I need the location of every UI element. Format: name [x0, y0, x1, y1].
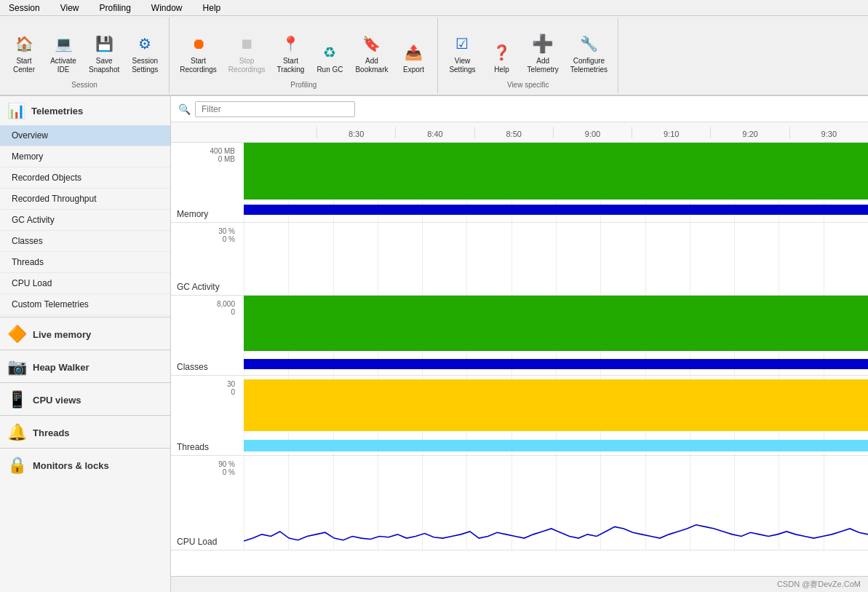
sidebar-item-gc-activity[interactable]: GC Activity: [0, 210, 170, 231]
cpu-views-icon: 📱: [7, 390, 27, 409]
threads-bar-yellow: [244, 379, 868, 431]
menu-bar: Session View Profiling Window Help: [0, 0, 868, 16]
memory-y-max: 400 MB: [210, 147, 235, 155]
gc-chart-name: GC Activity: [171, 279, 238, 292]
time-label-850: 8:50: [474, 127, 553, 138]
session-settings-button[interactable]: ⚙ SessionSettings: [127, 30, 163, 76]
sidebar-category-threads[interactable]: 🔔 Threads: [0, 415, 170, 446]
configure-telemetries-label: ConfigureTelemetries: [570, 57, 608, 74]
help-icon: ❓: [490, 41, 513, 64]
start-tracking-button[interactable]: 📍 StartTracking: [272, 30, 308, 76]
gc-grid-lines: [244, 223, 868, 295]
timeline[interactable]: 8:30 8:40 8:50 9:00 9:10 9:20 9:30 400 M…: [171, 122, 868, 576]
view-settings-icon: ☑: [450, 32, 474, 55]
time-label-910: 9:10: [632, 127, 710, 138]
start-center-icon: 🏠: [12, 32, 36, 55]
memory-y-min: 0 MB: [218, 155, 235, 163]
cpu-line-chart: [244, 456, 868, 550]
classes-chart-name: Classes: [171, 359, 238, 372]
chart-label-memory: 400 MB 0 MB Memory: [171, 143, 244, 222]
toolbar-group-session: 🏠 StartCenter 💻 ActivateIDE 💾 SaveSnapsh…: [0, 17, 170, 93]
sidebar-category-heap-walker[interactable]: 📷 Heap Walker: [0, 350, 170, 381]
classes-chart-canvas: [244, 296, 868, 375]
watermark-text: CSDN @赛DevZe.CoM: [777, 579, 861, 590]
sidebar-item-cpu-load[interactable]: CPU Load: [0, 273, 170, 294]
threads-chart-canvas: [244, 376, 868, 455]
sidebar-item-threads[interactable]: Threads: [0, 252, 170, 273]
activate-ide-button[interactable]: 💻 ActivateIDE: [45, 30, 81, 76]
classes-y-axis: 8,000 0: [171, 299, 238, 317]
sidebar-item-recorded-objects[interactable]: Recorded Objects: [0, 167, 170, 189]
activate-ide-label: ActivateIDE: [50, 57, 76, 74]
add-bookmark-label: AddBookmark: [355, 57, 388, 74]
save-snapshot-icon: 💾: [92, 32, 116, 55]
threads-bar-cyan: [244, 440, 868, 451]
configure-telemetries-button[interactable]: 🔧 ConfigureTelemetries: [566, 30, 612, 76]
export-button[interactable]: 📤 Export: [395, 39, 431, 76]
time-label-840: 8:40: [395, 127, 474, 138]
sidebar-category-live-memory[interactable]: 🔶 Live memory: [0, 317, 170, 348]
time-labels: 8:30 8:40 8:50 9:00 9:10 9:20 9:30: [316, 127, 868, 138]
time-label-920: 9:20: [710, 127, 789, 138]
sidebar-item-custom-telemetries[interactable]: Custom Telemetries: [0, 294, 170, 315]
start-tracking-icon: 📍: [279, 32, 302, 55]
add-bookmark-button[interactable]: 🔖 AddBookmark: [351, 30, 392, 76]
start-center-label: StartCenter: [13, 57, 35, 74]
start-recordings-icon: ⏺: [187, 32, 210, 55]
export-icon: 📤: [402, 41, 425, 64]
chart-row-classes: 8,000 0 Classes: [171, 296, 868, 376]
export-label: Export: [403, 66, 424, 74]
chart-label-cpu: 90 % 0 % CPU Load: [171, 456, 244, 550]
add-telemetry-icon: ➕: [531, 32, 554, 55]
run-gc-icon: ♻: [318, 41, 341, 64]
sidebar-item-recorded-throughput[interactable]: Recorded Throughput: [0, 189, 170, 210]
classes-bar-green: [244, 296, 868, 351]
view-settings-button[interactable]: ☑ ViewSettings: [444, 30, 480, 76]
menu-profiling[interactable]: Profiling: [95, 1, 135, 15]
toolbar-group-profiling: ⏺ StartRecordings ⏹ StopRecordings 📍 Sta…: [170, 17, 438, 93]
telemetries-label: Telemetries: [31, 106, 83, 117]
status-bar: CSDN @赛DevZe.CoM: [171, 576, 868, 592]
classes-y-min: 0: [231, 308, 235, 316]
cpu-chart-name: CPU Load: [171, 534, 238, 547]
monitors-locks-label: Monitors & locks: [33, 460, 109, 471]
sidebar-item-classes[interactable]: Classes: [0, 231, 170, 252]
sidebar-item-memory[interactable]: Memory: [0, 146, 170, 167]
content-area: 🔍 8:30 8:40 8:50 9:00 9:10 9:20 9:30: [171, 96, 868, 592]
chart-label-gc: 30 % 0 % GC Activity: [171, 223, 244, 295]
memory-chart-name: Memory: [171, 206, 238, 219]
stop-recordings-icon: ⏹: [235, 32, 258, 55]
threads-cat-label: Threads: [33, 427, 70, 438]
time-ruler: 8:30 8:40 8:50 9:00 9:10 9:20 9:30: [171, 122, 868, 143]
toolbar: 🏠 StartCenter 💻 ActivateIDE 💾 SaveSnapsh…: [0, 16, 868, 96]
cpu-y-max: 90 %: [218, 460, 235, 468]
stop-recordings-button[interactable]: ⏹ StopRecordings: [224, 30, 270, 76]
menu-view[interactable]: View: [56, 1, 84, 15]
menu-window[interactable]: Window: [147, 1, 187, 15]
sidebar: 📊 Telemetries Overview Memory Recorded O…: [0, 96, 171, 592]
gc-y-min: 0 %: [223, 235, 235, 243]
memory-bar-green: [244, 143, 868, 200]
monitors-locks-icon: 🔒: [7, 456, 27, 475]
filter-input[interactable]: [195, 101, 355, 117]
sidebar-item-overview[interactable]: Overview: [0, 125, 170, 146]
gc-y-axis: 30 % 0 %: [171, 226, 238, 245]
cpu-chart-canvas: [244, 456, 868, 550]
start-center-button[interactable]: 🏠 StartCenter: [6, 30, 42, 76]
threads-y-axis: 30 0: [171, 379, 238, 398]
cpu-y-axis: 90 % 0 %: [171, 459, 238, 478]
help-button[interactable]: ❓ Help: [483, 39, 519, 76]
run-gc-label: Run GC: [316, 66, 343, 74]
sidebar-category-monitors-locks[interactable]: 🔒 Monitors & locks: [0, 448, 170, 479]
run-gc-button[interactable]: ♻ Run GC: [311, 39, 348, 76]
classes-bar-blue: [244, 359, 868, 369]
classes-y-max: 8,000: [217, 300, 235, 308]
menu-help[interactable]: Help: [199, 1, 226, 15]
toolbar-profiling-label: Profiling: [290, 81, 316, 90]
sidebar-category-cpu-views[interactable]: 📱 CPU views: [0, 382, 170, 414]
save-snapshot-button[interactable]: 💾 SaveSnapshot: [84, 30, 124, 76]
menu-session[interactable]: Session: [4, 1, 44, 15]
session-settings-icon: ⚙: [133, 32, 156, 55]
add-telemetry-button[interactable]: ➕ AddTelemetry: [522, 30, 562, 76]
start-recordings-button[interactable]: ⏺ StartRecordings: [175, 30, 221, 76]
